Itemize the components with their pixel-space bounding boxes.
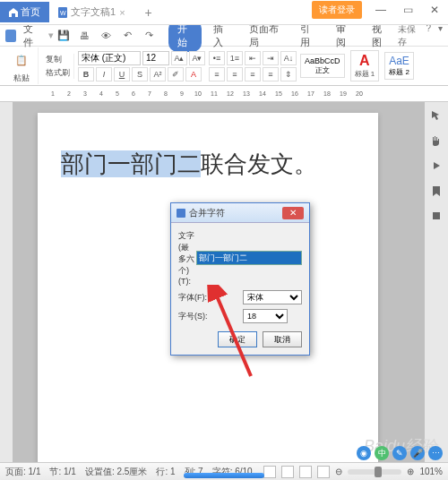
paragraph-group: •≡ 1≡ ⇤ ⇥ A↓ ≡ ≡ ≡ ≡ ⇕ [209, 51, 297, 81]
sort-icon[interactable]: A↓ [280, 51, 297, 65]
align-left-icon[interactable]: ≡ [209, 67, 225, 81]
tray-share-icon[interactable]: 中 [375, 446, 389, 460]
window-titlebar: 首页 W 文字文稿1 × + 读者登录 — ▭ ✕ [0, 0, 448, 25]
print-icon[interactable]: 🖶 [77, 28, 93, 44]
status-position[interactable]: 设置值: 2.5厘米 [85, 466, 147, 478]
bullets-icon[interactable]: •≡ [209, 51, 225, 65]
ruler-tick: 19 [335, 90, 351, 97]
paste-icon[interactable]: 📋 [9, 47, 34, 73]
strike-icon[interactable]: S [132, 67, 148, 81]
login-button[interactable]: 读者登录 [312, 1, 362, 19]
indent-left-icon[interactable]: ⇤ [245, 51, 261, 65]
menubar-right: 未保存 ? ▾ [398, 23, 443, 48]
italic-icon[interactable]: I [96, 67, 112, 81]
unsaved-indicator: 未保存 [398, 23, 418, 48]
paste-label: 粘贴 [13, 73, 30, 84]
chevron-down-icon[interactable]: ▾ [438, 23, 443, 48]
step-progress [184, 473, 264, 478]
align-center-icon[interactable]: ≡ [227, 67, 243, 81]
tab-close-icon[interactable]: × [119, 7, 125, 18]
style-normal[interactable]: AaBbCcD 正文 [300, 54, 345, 78]
minimize-button[interactable]: — [367, 0, 394, 20]
font-name-select[interactable] [78, 51, 141, 65]
redo-icon[interactable]: ↷ [142, 28, 158, 44]
add-tab-button[interactable]: + [134, 2, 163, 23]
preview-icon[interactable]: 👁 [99, 28, 115, 44]
ruler-tick: 5 [109, 90, 125, 97]
underline-icon[interactable]: U [114, 67, 130, 81]
plugin-icon[interactable] [430, 210, 443, 222]
document-tab[interactable]: W 文字文稿1 × [49, 2, 134, 22]
shrink-font-icon[interactable]: A▾ [189, 51, 205, 65]
zoom-out-button[interactable]: ⊖ [335, 467, 342, 476]
ruler-tick: 8 [158, 90, 174, 97]
doc-tab-label: 文字文稿1 [71, 5, 116, 19]
view-web-icon[interactable] [299, 466, 312, 478]
bold-icon[interactable]: B [78, 67, 94, 81]
selected-text[interactable]: 部门一部门二 [61, 150, 201, 177]
numbering-icon[interactable]: 1≡ [227, 51, 243, 65]
help-icon[interactable]: ? [426, 23, 431, 48]
select-tool-icon[interactable] [430, 109, 443, 122]
font-field-label: 字体(F): [178, 292, 243, 304]
justify-icon[interactable]: ≡ [263, 67, 279, 81]
status-line[interactable]: 行: 1 [156, 466, 175, 478]
horizontal-ruler[interactable]: 1 2 3 4 5 6 7 8 9 10 11 12 13 14 15 16 1… [0, 86, 448, 102]
dialog-title: 合并字符 [189, 207, 225, 219]
size-field-label: 字号(S): [178, 311, 243, 322]
ruler-tick: 14 [254, 90, 271, 97]
status-page[interactable]: 页面: 1/1 [5, 466, 40, 478]
document-text[interactable]: 部门一部门二联合发文。 [61, 149, 355, 180]
dialog-titlebar[interactable]: 合并字符 ✕ [171, 203, 309, 223]
view-read-icon[interactable] [281, 466, 294, 478]
status-section[interactable]: 节: 1/1 [49, 466, 75, 478]
ruler-tick: 15 [271, 90, 287, 97]
bookmark-icon[interactable] [430, 184, 443, 197]
text-input[interactable] [196, 251, 302, 265]
font-size-select[interactable] [142, 51, 169, 65]
home-tab[interactable]: 首页 [0, 2, 49, 22]
superscript-icon[interactable]: A² [150, 67, 166, 81]
ruler-tick: 11 [206, 90, 222, 97]
wps-logo-icon[interactable] [5, 30, 16, 42]
zoom-slider[interactable] [348, 469, 401, 475]
ruler-tick: 12 [222, 90, 238, 97]
quick-access-toolbar: 💾 🖶 👁 ↶ ↷ [56, 28, 158, 44]
tray-more-icon[interactable]: ⋯ [428, 446, 443, 460]
font-select[interactable]: 宋体 [243, 290, 302, 304]
ruler-tick: 18 [319, 90, 335, 97]
close-button[interactable]: ✕ [421, 0, 448, 20]
highlight-icon[interactable]: ✐ [168, 67, 184, 81]
ruler-tick: 1 [45, 90, 61, 97]
zoom-level[interactable]: 101% [419, 467, 443, 476]
tray-voice-icon[interactable]: 🎤 [410, 446, 425, 460]
cancel-button[interactable]: 取消 [263, 331, 302, 347]
style-heading2[interactable]: AaE 标题 2 [384, 52, 414, 80]
format-painter-label[interactable]: 格式刷 [46, 67, 70, 79]
vertical-ruler[interactable] [0, 102, 13, 462]
save-icon[interactable]: 💾 [56, 28, 72, 44]
restore-button[interactable]: ▭ [394, 0, 421, 20]
zoom-in-button[interactable]: ⊕ [407, 467, 414, 476]
svg-rect-3 [177, 209, 185, 218]
ok-button[interactable]: 确定 [218, 331, 257, 347]
tray-tool-icon[interactable]: ✎ [392, 446, 407, 460]
font-color-icon[interactable]: A [185, 67, 202, 81]
zoom-thumb[interactable] [375, 467, 382, 477]
ruler-tick: 6 [125, 90, 142, 97]
style-heading1[interactable]: A 标题 1 [350, 50, 380, 81]
text-rest[interactable]: 联合发文。 [201, 150, 317, 177]
line-spacing-icon[interactable]: ⇕ [280, 67, 297, 81]
dialog-close-button[interactable]: ✕ [282, 207, 304, 219]
copy-label[interactable]: 复制 [46, 54, 70, 65]
hand-tool-icon[interactable] [430, 134, 443, 147]
tray-wechat-icon[interactable]: ◉ [357, 446, 371, 460]
grow-font-icon[interactable]: A▴ [171, 51, 187, 65]
view-outline-icon[interactable] [317, 466, 330, 478]
indent-right-icon[interactable]: ⇥ [263, 51, 279, 65]
size-select[interactable]: 18 [243, 309, 288, 323]
view-print-icon[interactable] [263, 466, 276, 478]
align-right-icon[interactable]: ≡ [245, 67, 261, 81]
undo-icon[interactable]: ↶ [120, 28, 136, 44]
play-icon[interactable] [430, 159, 443, 172]
